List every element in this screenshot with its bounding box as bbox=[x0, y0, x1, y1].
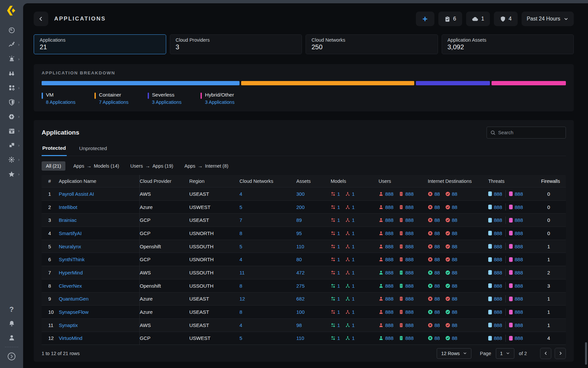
cell-networks[interactable]: 4 bbox=[239, 322, 242, 328]
models-graph-count[interactable]: 1 bbox=[352, 283, 354, 289]
users-badges-count[interactable]: 888 bbox=[405, 322, 414, 328]
threats-critical-count[interactable]: 888 bbox=[515, 230, 523, 236]
threats-info-count[interactable]: 888 bbox=[494, 217, 502, 223]
users-people-count[interactable]: 888 bbox=[385, 257, 393, 262]
cell-networks[interactable]: 7 bbox=[239, 217, 242, 223]
internet-allowed-count[interactable]: 88 bbox=[452, 309, 458, 315]
filter-pill[interactable]: Apps→Internet (8) bbox=[181, 161, 232, 171]
internet-allowed-count[interactable]: 88 bbox=[452, 230, 458, 236]
users-people-count[interactable]: 888 bbox=[385, 204, 393, 210]
legend-count-link[interactable]: 3 Applications bbox=[152, 100, 181, 105]
sidebar-item-workloads[interactable]: › bbox=[0, 81, 23, 95]
cloud-badge-button[interactable]: 1 bbox=[466, 12, 490, 26]
internet-blocked-count[interactable]: 88 bbox=[434, 296, 440, 302]
cell-networks[interactable]: 5 bbox=[239, 204, 242, 210]
models-graph-count[interactable]: 1 bbox=[352, 335, 354, 341]
threats-info-count[interactable]: 888 bbox=[494, 191, 502, 197]
threats-critical-count[interactable]: 888 bbox=[515, 309, 523, 315]
rows-per-page-select[interactable]: 12 Rows bbox=[437, 348, 471, 359]
users-people-count[interactable]: 888 bbox=[385, 230, 393, 236]
models-flows-count[interactable]: 1 bbox=[337, 335, 340, 341]
table-row[interactable]: 7 HyperMind AWS USSOUTH 11 472 1 1 888 8… bbox=[42, 266, 566, 279]
sidebar-item-insights[interactable]: › bbox=[0, 38, 23, 52]
cell-networks[interactable]: 5 bbox=[239, 335, 242, 341]
cell-assets[interactable]: 80 bbox=[296, 257, 302, 262]
add-application-button[interactable]: + bbox=[416, 12, 434, 26]
cell-assets[interactable]: 275 bbox=[296, 283, 305, 289]
models-flows-count[interactable]: 1 bbox=[337, 204, 340, 210]
threats-critical-count[interactable]: 888 bbox=[515, 257, 523, 262]
users-people-count[interactable]: 888 bbox=[385, 191, 393, 197]
scrollbar-thumb[interactable] bbox=[585, 342, 587, 365]
sidebar-item-apps-add[interactable]: › bbox=[0, 124, 23, 139]
next-page-button[interactable] bbox=[555, 348, 566, 359]
sidebar-item-discovery[interactable] bbox=[0, 66, 23, 81]
table-row[interactable]: 10 SynapseFlow Azure USEAST 8 100 1 1 88… bbox=[42, 305, 566, 318]
col-header-internet-destinations[interactable]: Internet Destinations bbox=[428, 179, 488, 184]
threats-critical-count[interactable]: 888 bbox=[515, 322, 523, 328]
sidebar-item-settings[interactable]: › bbox=[0, 153, 23, 167]
filter-pill[interactable]: All (21) bbox=[42, 161, 65, 171]
cell-networks[interactable]: 12 bbox=[239, 296, 245, 302]
models-graph-count[interactable]: 1 bbox=[352, 270, 354, 275]
models-flows-count[interactable]: 1 bbox=[337, 191, 340, 197]
threats-info-count[interactable]: 888 bbox=[494, 335, 502, 341]
table-row[interactable]: 8 CleverNex Openshift USSOUTH 8 275 1 1 … bbox=[42, 279, 566, 292]
cell-assets[interactable]: 110 bbox=[296, 335, 304, 341]
cell-networks[interactable]: 8 bbox=[239, 283, 242, 289]
cell-assets[interactable]: 200 bbox=[296, 204, 305, 210]
table-row[interactable]: 11 Synaptix AWS USEAST 4 98 1 1 888 888 bbox=[42, 318, 566, 332]
cell-app-name[interactable]: Brainiac bbox=[59, 217, 77, 223]
search-input[interactable] bbox=[498, 130, 562, 135]
tab-unprotected[interactable]: Unprotected bbox=[79, 145, 108, 156]
tab-protected[interactable]: Protected bbox=[42, 145, 67, 156]
internet-blocked-count[interactable]: 88 bbox=[434, 191, 440, 197]
cell-app-name[interactable]: Synaptix bbox=[59, 322, 78, 328]
breakdown-segment[interactable] bbox=[42, 81, 239, 85]
stat-card-cloud-providers[interactable]: Cloud Providers 3 bbox=[170, 34, 302, 54]
internet-blocked-count[interactable]: 88 bbox=[434, 204, 440, 210]
threats-critical-count[interactable]: 888 bbox=[515, 296, 523, 302]
threats-critical-count[interactable]: 888 bbox=[515, 283, 523, 289]
internet-allowed-count[interactable]: 88 bbox=[452, 270, 458, 275]
models-flows-count[interactable]: 1 bbox=[337, 270, 340, 275]
cell-app-name[interactable]: SmartifyAI bbox=[59, 230, 82, 236]
col-header-users[interactable]: Users bbox=[379, 179, 428, 184]
legend-count-link[interactable]: 8 Applications bbox=[46, 100, 75, 105]
help-button[interactable]: ? bbox=[0, 302, 23, 316]
models-graph-count[interactable]: 1 bbox=[352, 204, 354, 210]
models-flows-count[interactable]: 1 bbox=[337, 244, 340, 249]
threats-critical-count[interactable]: 888 bbox=[515, 270, 523, 275]
cell-networks[interactable]: 11 bbox=[239, 270, 245, 275]
models-flows-count[interactable]: 1 bbox=[337, 257, 340, 262]
cell-networks[interactable]: 4 bbox=[239, 257, 242, 262]
threats-critical-count[interactable]: 888 bbox=[515, 217, 523, 223]
threats-info-count[interactable]: 888 bbox=[494, 309, 502, 315]
sidebar-item-inventory[interactable]: › bbox=[0, 138, 23, 153]
table-row[interactable]: 9 QuantumGen Azure USEAST 12 682 1 1 888… bbox=[42, 292, 566, 306]
users-people-count[interactable]: 888 bbox=[385, 270, 393, 275]
cell-assets[interactable]: 89 bbox=[296, 217, 302, 223]
page-select[interactable]: 1 bbox=[496, 348, 514, 359]
internet-blocked-count[interactable]: 88 bbox=[434, 217, 440, 223]
threats-info-count[interactable]: 888 bbox=[494, 204, 502, 210]
models-flows-count[interactable]: 1 bbox=[337, 296, 340, 302]
users-badges-count[interactable]: 888 bbox=[405, 335, 414, 341]
internet-allowed-count[interactable]: 88 bbox=[452, 204, 458, 210]
models-graph-count[interactable]: 1 bbox=[352, 230, 354, 236]
filter-pill[interactable]: Users→Apps (19) bbox=[127, 161, 177, 171]
cell-app-name[interactable]: Intellibot bbox=[59, 204, 77, 210]
threats-critical-count[interactable]: 888 bbox=[515, 335, 523, 341]
internet-allowed-count[interactable]: 88 bbox=[452, 335, 458, 341]
stat-card-applications[interactable]: Applications 21 bbox=[34, 34, 166, 54]
cell-assets[interactable]: 682 bbox=[296, 296, 305, 302]
cell-app-name[interactable]: Payroll Assist AI bbox=[59, 191, 94, 197]
users-people-count[interactable]: 888 bbox=[385, 335, 393, 341]
cell-assets[interactable]: 300 bbox=[296, 191, 305, 197]
users-badges-count[interactable]: 888 bbox=[405, 217, 414, 223]
cell-app-name[interactable]: VirtuoMind bbox=[59, 335, 82, 341]
table-row[interactable]: 2 Intellibot Azure USWEST 5 200 1 1 888 … bbox=[42, 200, 566, 214]
internet-blocked-count[interactable]: 88 bbox=[434, 309, 440, 315]
cell-assets[interactable]: 472 bbox=[296, 270, 305, 275]
breakdown-segment[interactable] bbox=[416, 81, 490, 85]
